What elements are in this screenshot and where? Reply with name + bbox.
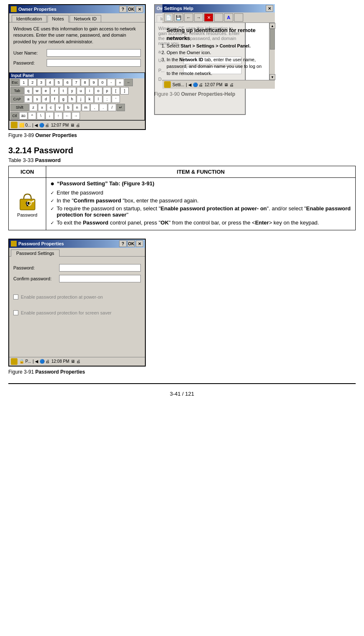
key-0[interactable]: 0 [98,79,107,86]
key-f[interactable]: f [50,95,59,103]
taskbar-90: Setti... | ◀ 🔵 🖨 12:07 PM 🖥 🖨 [162,80,275,89]
key-equals[interactable]: = [116,79,124,86]
password-label: Password: [13,60,47,65]
help-step-1: Select Start > Settings > Control Panel. [167,42,265,50]
key-1[interactable]: 1 [20,79,28,86]
key-k[interactable]: k [85,95,94,103]
tab-identification[interactable]: Identification [12,15,47,22]
key-i[interactable]: i [85,87,94,95]
help-tb-btn5[interactable]: ✕ [204,13,213,22]
start-icon-89[interactable] [11,122,17,128]
key-right[interactable]: → [72,112,80,120]
help-dialog-title: Settings Help [164,6,193,11]
help-tb-btn4[interactable]: → [194,13,203,22]
key-l[interactable]: l [94,95,102,103]
key-3[interactable]: 3 [37,79,45,86]
pw-checkbox-1[interactable] [13,294,18,299]
pw-ok-btn[interactable]: OK [127,240,135,247]
help-tb-btn3[interactable]: ← [184,13,193,22]
help-scrollbar: ▲ ▼ [269,23,275,80]
key-up[interactable]: ↑ [54,112,62,120]
keyboard-row-2: Tab q w e r t y u i o p [ ] [10,87,145,95]
key-w[interactable]: w [33,87,41,95]
help-tb-btn8[interactable] [234,13,243,22]
password-input[interactable] [47,59,141,67]
key-b[interactable]: b [64,104,72,111]
key-period[interactable]: . [99,104,107,111]
key-6[interactable]: 6 [63,79,72,86]
key-ctl[interactable]: Ctl [10,112,19,120]
key-c[interactable]: c [47,104,55,111]
key-shift[interactable]: Shift [10,104,29,111]
pw-help-btn[interactable]: ? [119,240,127,247]
key-o[interactable]: o [94,87,102,95]
close-button-89[interactable]: ✕ [136,6,143,12]
help-tb-btn6[interactable] [214,13,223,22]
key-backspace[interactable]: ← [125,79,133,86]
pw-password-input[interactable] [59,264,141,272]
key-4[interactable]: 4 [46,79,54,86]
key-d[interactable]: d [42,95,50,103]
check-item-3: ✓ To require the password on startup, se… [50,205,351,218]
start-icon-90[interactable] [164,81,171,88]
scroll-up-arrow[interactable]: ▲ [269,23,275,29]
key-enter[interactable]: ↵ [117,104,125,111]
key-m[interactable]: m [82,104,90,111]
key-tab[interactable]: Tab [10,87,24,95]
taskbar-time-89: 12:07 PM [51,123,69,127]
taskbar-apps-89: 🟨 0... | ◀ 🔵 🖨 [19,123,49,127]
key-caret[interactable]: ^ [28,112,36,120]
username-input[interactable] [47,49,141,57]
key-cap[interactable]: CAP [10,95,24,103]
key-left[interactable]: ← [63,112,71,120]
key-j[interactable]: j [77,95,85,103]
start-icon-91[interactable] [11,358,17,365]
key-9[interactable]: 9 [90,79,98,86]
key-g[interactable]: g [59,95,67,103]
help-tb-btn7[interactable]: A [224,13,233,22]
pw-tab-settings[interactable]: Password Settings [11,249,60,257]
key-e[interactable]: e [42,87,50,95]
key-s[interactable]: s [33,95,41,103]
key-y[interactable]: y [68,87,76,95]
key-z[interactable]: z [29,104,37,111]
help-button-89[interactable]: ? [119,6,127,12]
key-2[interactable]: 2 [28,79,37,86]
key-backslash[interactable]: \ [37,112,45,120]
pw-checkbox-label-1: Enable password protection at power-on [21,294,103,300]
key-minus[interactable]: - [107,79,115,86]
key-x[interactable]: x [38,104,46,111]
help-tb-btn1[interactable]: 📄 [164,13,173,22]
key-comma[interactable]: , [90,104,99,111]
key-quote[interactable]: ' [112,95,120,103]
key-rbracket[interactable]: ] [120,87,129,95]
ok-button-89[interactable]: OK [127,6,135,12]
key-t[interactable]: t [59,87,67,95]
key-down[interactable]: ↓ [45,112,54,120]
key-slash[interactable]: / [108,104,116,111]
help-close-btn[interactable]: ✕ [266,5,273,12]
key-8[interactable]: 8 [81,79,89,86]
key-u[interactable]: u [77,87,85,95]
key-semicolon[interactable]: ; [103,95,111,103]
pw-checkbox-2[interactable] [13,310,18,315]
key-p[interactable]: p [103,87,111,95]
help-tb-btn2[interactable]: 💾 [174,13,183,22]
key-n[interactable]: n [73,104,81,111]
key-a[interactable]: a [24,95,32,103]
tab-notes[interactable]: Notes [47,15,69,22]
key-esc[interactable]: Esc [10,79,19,86]
scroll-down-arrow[interactable]: ▼ [269,74,275,80]
key-7[interactable]: 7 [72,79,80,86]
key-q[interactable]: q [24,87,32,95]
key-5[interactable]: 5 [55,79,63,86]
key-r[interactable]: r [50,87,59,95]
pw-confirm-row: Confirm password: [13,275,141,282]
tab-network-id[interactable]: Network ID [70,15,101,22]
pw-confirm-input[interactable] [59,275,141,282]
key-lbracket[interactable]: [ [112,87,120,95]
pw-close-btn[interactable]: ✕ [136,240,143,247]
key-v[interactable]: v [55,104,64,111]
key-auu[interactable]: äü [19,112,27,120]
key-h[interactable]: h [68,95,76,103]
